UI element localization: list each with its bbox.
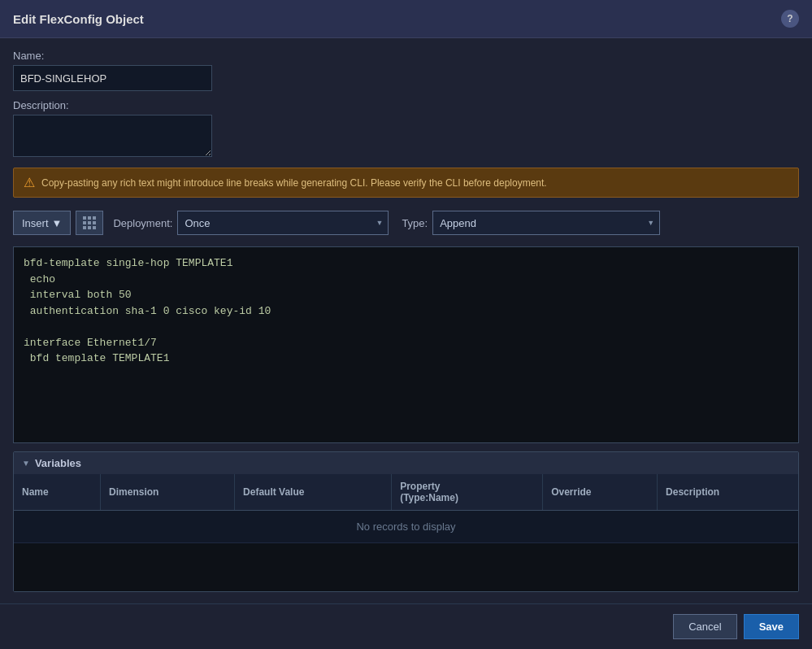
insert-button[interactable]: Insert ▼ — [13, 211, 71, 235]
insert-dropdown-arrow: ▼ — [52, 217, 63, 229]
col-header-description: Description — [658, 474, 798, 511]
editor-toolbar: Insert ▼ Deployment: Once Every Type: — [13, 206, 799, 238]
dialog-title: Edit FlexConfig Object — [13, 12, 144, 26]
variables-header[interactable]: ▼ Variables — [14, 452, 798, 474]
name-input[interactable] — [13, 65, 212, 91]
empty-table-row — [14, 542, 798, 591]
save-button[interactable]: Save — [744, 614, 799, 639]
type-label: Type: — [402, 217, 428, 229]
warning-icon: ⚠ — [24, 175, 35, 190]
help-icon[interactable]: ? — [781, 10, 799, 28]
col-header-name: Name — [14, 474, 101, 511]
cancel-button[interactable]: Cancel — [673, 614, 736, 639]
description-field-group: Description: — [13, 99, 799, 159]
variables-section: ▼ Variables Name Dimension Default Value… — [13, 451, 799, 593]
variables-table: Name Dimension Default Value Property(Ty… — [14, 474, 798, 592]
variables-chevron-icon: ▼ — [22, 459, 30, 468]
warning-bar: ⚠ Copy-pasting any rich text might intro… — [13, 168, 799, 198]
type-select[interactable]: Append Prepend — [432, 211, 660, 235]
col-header-default-value: Default Value — [235, 474, 392, 511]
dialog-header: Edit FlexConfig Object ? — [0, 0, 812, 38]
grid-icon — [83, 216, 96, 229]
variables-label: Variables — [35, 457, 81, 469]
table-header-row: Name Dimension Default Value Property(Ty… — [14, 474, 798, 511]
code-editor[interactable]: bfd-template single-hop TEMPLATE1 echo i… — [13, 246, 799, 443]
name-label: Name: — [13, 50, 799, 62]
grid-button[interactable] — [76, 211, 103, 235]
deployment-select[interactable]: Once Every — [177, 211, 389, 235]
warning-message: Copy-pasting any rich text might introdu… — [41, 177, 547, 189]
no-records-row: No records to display — [14, 510, 798, 542]
col-header-property: Property(Type:Name) — [392, 474, 543, 511]
description-label: Description: — [13, 99, 799, 111]
type-select-wrapper: Append Prepend — [432, 211, 660, 235]
name-field-group: Name: — [13, 50, 799, 91]
no-records-message: No records to display — [14, 510, 798, 542]
deployment-select-wrapper: Once Every — [177, 211, 389, 235]
col-header-override: Override — [543, 474, 658, 511]
deployment-label: Deployment: — [113, 217, 172, 229]
col-header-dimension: Dimension — [101, 474, 235, 511]
edit-flexconfig-dialog: Edit FlexConfig Object ? Name: Descripti… — [0, 0, 812, 649]
description-input[interactable] — [13, 115, 212, 157]
dialog-footer: Cancel Save — [0, 603, 812, 649]
insert-label: Insert — [22, 217, 49, 229]
dialog-body: Name: Description: ⚠ Copy-pasting any ri… — [0, 38, 812, 603]
